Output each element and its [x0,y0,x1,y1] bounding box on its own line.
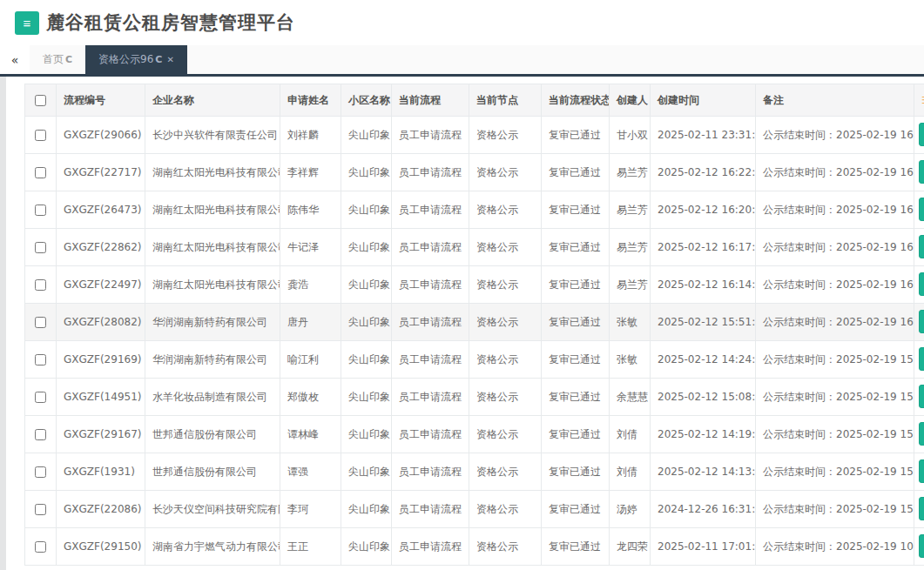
row-checkbox[interactable] [35,429,46,440]
column-header-3: 小区名称 [341,84,392,117]
cell-2: 王正 [280,528,341,566]
cell-6: 复审已通过 [542,117,610,154]
cell-7: 张敏 [610,341,651,379]
row-action-button[interactable] [919,459,924,483]
data-table-container: 流程编号企业名称申请姓名小区名称当前流程当前节点当前流程状态创建人创建时间备注☰… [24,84,924,570]
row-action-button[interactable] [919,272,924,296]
cell-7: 甘小双 [610,117,651,154]
cell-2: 李祥辉 [280,154,341,191]
tab-qualification-publicity[interactable]: 资格公示96C✕ [85,45,187,74]
row-action-button[interactable] [919,310,924,333]
close-icon[interactable]: ✕ [166,55,173,64]
tab-home[interactable]: 首页C [30,45,85,74]
cell-7: 刘倩 [610,416,651,453]
cell-4: 员工申请流程 [392,528,469,566]
table-row: GXGZF(29066)长沙中兴软件有限责任公司刘祥麟尖山印象员工申请流程资格公… [25,117,924,154]
row-checkbox[interactable] [35,279,46,291]
row-checkbox[interactable] [35,317,46,328]
cell-1: 湖南红太阳光电科技有限公司 [145,191,280,229]
refresh-icon[interactable]: C [65,54,72,65]
cell-9: 公示结束时间：2025-02-19 15:47:00 [756,379,914,416]
row-checkbox[interactable] [35,205,46,216]
row-actions-cell [914,491,924,528]
menu-toggle-button[interactable]: ≡ [15,11,39,35]
cell-6: 复审已通过 [542,379,610,416]
row-action-button[interactable] [919,235,924,258]
table-row: GXGZF(22862)湖南红太阳光电科技有限公司牛记泽尖山印象员工申请流程资格… [25,229,924,266]
cell-0: GXGZF(29150) [57,528,145,566]
select-all-checkbox[interactable] [35,95,46,106]
cell-1: 长沙天仪空间科技研究院有限公司 [145,491,280,528]
process-table: 流程编号企业名称申请姓名小区名称当前流程当前节点当前流程状态创建人创建时间备注☰… [24,84,924,566]
row-action-button[interactable] [919,198,924,221]
row-action-button[interactable] [919,497,924,520]
cell-4: 员工申请流程 [392,266,469,304]
cell-3: 尖山印象 [341,379,392,416]
row-action-button[interactable] [919,422,924,446]
row-checkbox[interactable] [35,392,46,403]
row-checkbox[interactable] [35,354,46,365]
cell-7: 易兰芳 [610,154,651,191]
cell-5: 资格公示 [469,491,542,528]
cell-4: 员工申请流程 [392,154,469,191]
cell-0: GXGZF(22086) [57,491,145,528]
cell-0: GXGZF(26473) [57,191,145,229]
row-actions-cell [914,304,924,341]
cell-8: 2025-02-12 16:22:07 [651,154,756,191]
table-row: GXGZF(29169)华润湖南新特药有限公司喻江利尖山印象员工申请流程资格公示… [25,341,924,379]
cell-6: 复审已通过 [542,528,610,566]
cell-0: GXGZF(29167) [57,416,145,453]
cell-5: 资格公示 [469,453,542,491]
cell-2: 龚浩 [280,266,341,304]
cell-9: 公示结束时间：2025-02-19 15:47:13 [756,341,914,379]
cell-3: 尖山印象 [341,191,392,229]
cell-3: 尖山印象 [341,528,392,566]
cell-8: 2024-12-26 16:31:38 [651,491,756,528]
row-action-button[interactable] [919,347,924,371]
cell-5: 资格公示 [469,304,542,341]
cell-2: 陈伟华 [280,191,341,229]
cell-5: 资格公示 [469,341,542,379]
main-content: 流程编号企业名称申请姓名小区名称当前流程当前节点当前流程状态创建人创建时间备注☰… [0,77,924,570]
cell-9: 公示结束时间：2025-02-19 16:15:16 [756,304,914,341]
row-checkbox[interactable] [35,466,46,478]
row-action-button[interactable] [919,123,924,146]
refresh-icon[interactable]: C [155,54,162,65]
column-header-5: 当前节点 [469,84,542,117]
row-checkbox[interactable] [35,504,46,515]
tab-bar: « 首页C 资格公示96C✕ [0,45,924,77]
page-title: 麓谷租赁公租房智慧管理平台 [46,10,295,35]
cell-4: 员工申请流程 [392,453,469,491]
cell-5: 资格公示 [469,191,542,229]
row-checkbox[interactable] [35,130,46,141]
row-checkbox-cell [25,304,57,341]
cell-1: 长沙中兴软件有限责任公司 [145,117,280,154]
row-action-button[interactable] [919,385,924,408]
tabs-collapse-button[interactable]: « [0,45,30,74]
cell-1: 华润湖南新特药有限公司 [145,304,280,341]
row-checkbox-cell [25,191,57,229]
row-checkbox[interactable] [35,242,46,253]
row-actions-cell [914,453,924,491]
cell-9: 公示结束时间：2025-02-19 10:35:26 [756,528,914,566]
row-action-button[interactable] [919,534,924,558]
row-checkbox-cell [25,528,57,566]
row-actions-cell [914,341,924,379]
cell-7: 易兰芳 [610,191,651,229]
column-header-8: 创建时间 [651,84,756,117]
cell-4: 员工申请流程 [392,304,469,341]
cell-1: 湖南红太阳光电科技有限公司 [145,154,280,191]
cell-9: 公示结束时间：2025-02-19 16:48:43 [756,117,914,154]
cell-3: 尖山印象 [341,229,392,266]
cell-3: 尖山印象 [341,453,392,491]
row-checkbox[interactable] [35,167,46,178]
cell-6: 复审已通过 [542,304,610,341]
row-checkbox-cell [25,341,57,379]
row-checkbox-cell [25,117,57,154]
row-action-button[interactable] [919,160,924,184]
cell-2: 刘祥麟 [280,117,341,154]
row-checkbox[interactable] [35,541,46,553]
row-actions-cell [914,379,924,416]
cell-7: 张敏 [610,304,651,341]
cell-8: 2025-02-12 16:20:29 [651,191,756,229]
